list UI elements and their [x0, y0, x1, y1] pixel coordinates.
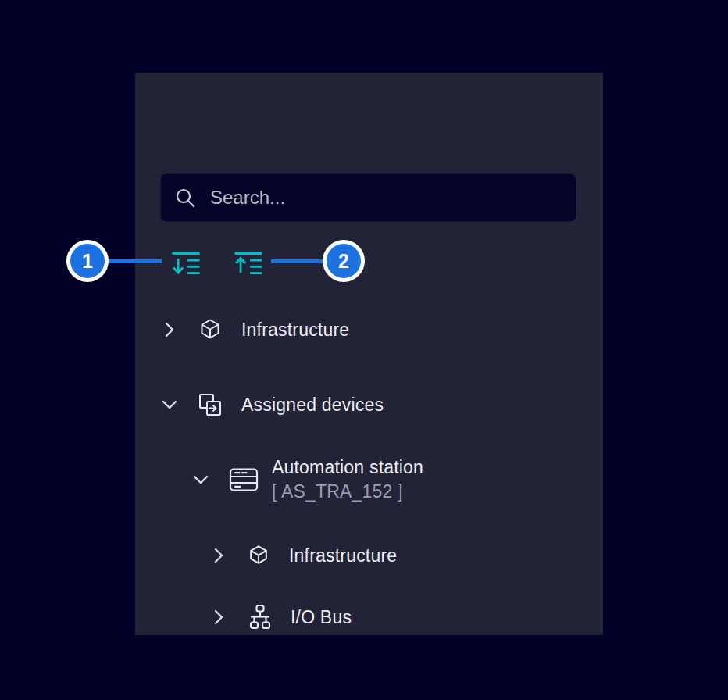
- search-icon: [175, 188, 196, 209]
- callout-connector-line: [107, 259, 162, 263]
- expand-all-icon: [170, 251, 202, 277]
- cube-icon: [198, 317, 223, 342]
- tree-item-automation-station[interactable]: Automation station [ AS_TRA_152 ]: [135, 454, 603, 505]
- callout-number: 1: [82, 250, 93, 273]
- tree-item-sublabel: [ AS_TRA_152 ]: [272, 480, 423, 504]
- chevron-right-icon[interactable]: [209, 608, 228, 627]
- device-tree-panel: Infrastructure Assigned devices: [135, 73, 603, 635]
- tree-item-infrastructure[interactable]: Infrastructure: [135, 314, 603, 345]
- search-box[interactable]: [160, 173, 576, 222]
- callout-badge-1: 1: [66, 240, 109, 282]
- collapse-all-icon: [233, 251, 264, 277]
- chevron-right-icon[interactable]: [209, 546, 228, 565]
- tree-item-label: Automation station: [272, 455, 423, 480]
- collapse-all-button[interactable]: [229, 246, 268, 280]
- expand-all-button[interactable]: [166, 246, 205, 280]
- io-bus-icon: [247, 604, 273, 630]
- tree-item-label: I/O Bus: [291, 605, 352, 630]
- tree-item-io-bus[interactable]: I/O Bus: [135, 602, 603, 633]
- tree-item-label: Infrastructure: [289, 544, 397, 568]
- callout-number: 2: [338, 250, 349, 273]
- chevron-down-icon[interactable]: [191, 470, 210, 489]
- tree-item-label: Assigned devices: [241, 393, 384, 417]
- callout-badge-2: 2: [323, 240, 365, 282]
- chevron-down-icon[interactable]: [160, 395, 179, 414]
- chevron-right-icon[interactable]: [160, 320, 179, 339]
- cube-icon: [247, 544, 270, 567]
- automation-station-icon: [229, 467, 259, 492]
- tree-item-infrastructure-nested[interactable]: Infrastructure: [135, 540, 603, 571]
- tree-item-assigned-devices[interactable]: Assigned devices: [135, 389, 603, 420]
- callout-connector-line: [271, 259, 323, 263]
- search-input[interactable]: [209, 186, 562, 209]
- tree-item-label: Infrastructure: [241, 318, 349, 342]
- assigned-devices-icon: [198, 392, 223, 417]
